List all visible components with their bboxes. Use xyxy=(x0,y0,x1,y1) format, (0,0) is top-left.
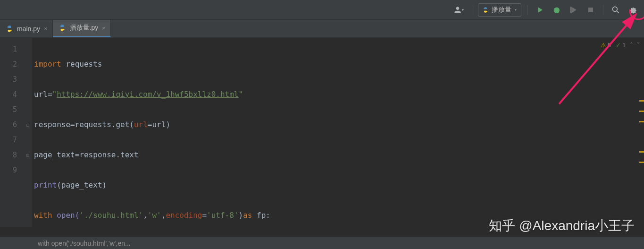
line-number: 3 xyxy=(0,72,24,87)
toolbar-separator xyxy=(527,5,527,15)
line-number: 5 xyxy=(0,102,24,117)
run-configuration-selector[interactable]: 播放量 ▾ xyxy=(478,3,521,17)
line-number: 6 xyxy=(0,117,24,132)
tab-label: main.py xyxy=(17,25,40,33)
tab-label: 播放量.py xyxy=(70,24,99,32)
user-icon[interactable]: ▾ xyxy=(451,3,466,17)
check-count: 1 xyxy=(622,42,626,49)
fold-end[interactable]: ⊟ xyxy=(24,147,32,163)
run-button[interactable] xyxy=(533,3,546,17)
line-number: 4 xyxy=(0,87,24,102)
svg-point-2 xyxy=(612,7,617,11)
close-icon[interactable]: × xyxy=(44,25,48,32)
fold-toggle[interactable]: ⊟ xyxy=(24,117,32,132)
run-config-label: 播放量 xyxy=(492,6,511,14)
warning-count: 5 xyxy=(608,42,611,49)
main-toolbar: ▾ 播放量 ▾ xyxy=(0,0,644,20)
svg-rect-0 xyxy=(570,7,572,13)
toolbar-separator xyxy=(472,5,472,15)
editor-tabs: main.py × 播放量.py × xyxy=(0,20,644,38)
line-gutter: 1 2 3 4 5 6 7 8 9 xyxy=(0,38,24,227)
python-icon xyxy=(59,24,66,32)
inspection-indicator[interactable]: ⚠5 ✓1 ˆ ˇ xyxy=(601,42,639,49)
breadcrumb[interactable]: with open('./souhu.html','w',en... xyxy=(38,240,131,247)
status-bar: with open('./souhu.html','w',en... xyxy=(0,237,644,249)
error-stripe[interactable] xyxy=(638,76,644,249)
chevron-up-icon[interactable]: ˆ xyxy=(630,42,632,49)
line-number: 7 xyxy=(0,132,24,147)
tab-main-py[interactable]: main.py × xyxy=(0,20,53,37)
fold-column: ⊟ ⊟ xyxy=(24,38,32,227)
line-number: 9 xyxy=(0,163,24,178)
tab-bofangliang-py[interactable]: 播放量.py × xyxy=(53,20,111,37)
code-content[interactable]: import requests url="https://www.iqiyi.c… xyxy=(32,38,644,227)
svg-rect-1 xyxy=(588,8,593,12)
close-icon[interactable]: × xyxy=(102,25,106,32)
check-icon: ✓ xyxy=(616,42,621,49)
settings-button[interactable] xyxy=(626,3,639,17)
chevron-down-icon[interactable]: ˇ xyxy=(637,42,639,49)
warning-icon: ⚠ xyxy=(601,42,606,49)
debug-button[interactable] xyxy=(550,3,563,17)
toolbar-separator xyxy=(603,5,603,15)
search-button[interactable] xyxy=(609,3,622,17)
line-number: 2 xyxy=(0,57,24,72)
code-editor[interactable]: 1 2 3 4 5 6 7 8 9 ⊟ ⊟ import requests ur… xyxy=(0,38,644,227)
line-number: 8 xyxy=(0,147,24,163)
stop-button[interactable] xyxy=(584,3,597,17)
python-icon xyxy=(6,25,13,33)
line-number: 1 xyxy=(0,42,24,57)
coverage-button[interactable] xyxy=(567,3,580,17)
